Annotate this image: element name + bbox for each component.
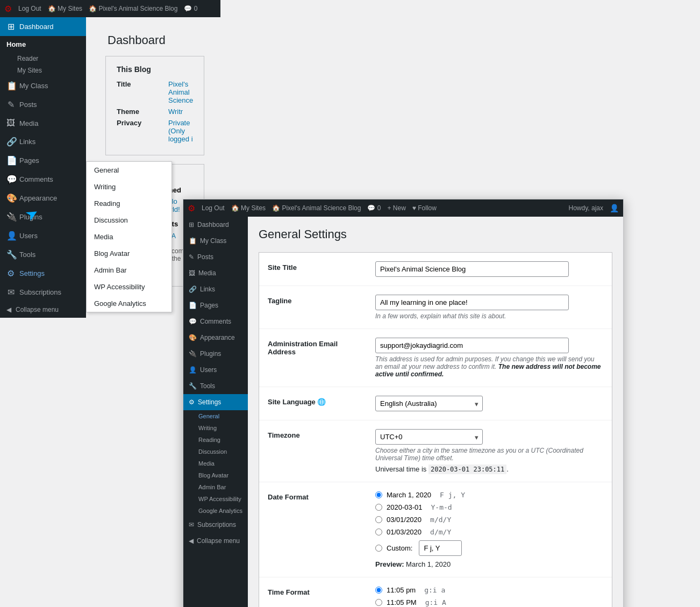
dropdown-wp-accessibility[interactable]: WP Accessibility — [87, 278, 172, 295]
sidebar-item-my-class[interactable]: 📋 My Class — [0, 76, 86, 95]
sidebar-item-settings[interactable]: ⚙ Settings — [0, 264, 86, 283]
date-format-cell: March 1, 2020 F j, Y 2020-03-01 Y-m-d — [367, 482, 612, 577]
sidebar-item-comments[interactable]: 💬 Comments — [0, 170, 86, 189]
time-format-label-cell: Time Format — [259, 577, 367, 608]
sidebar-collapse[interactable]: ◀ Collapse menu — [0, 302, 86, 318]
language-select-wrap: English (Australia) ▾ — [375, 396, 483, 411]
second-sidebar-tools[interactable]: 🔧 Tools — [183, 378, 248, 394]
comments-link[interactable]: 💬 0 — [184, 5, 197, 12]
second-sidebar-admin-bar[interactable]: Admin Bar — [183, 481, 248, 493]
date-format-radio-1[interactable] — [375, 504, 382, 511]
second-logout[interactable]: Log Out — [202, 204, 225, 212]
second-sidebar-media[interactable]: Media — [183, 458, 248, 469]
second-layout: ⊞ Dashboard 📋 My Class ✎ Posts 🖼 Media 🔗 — [183, 217, 623, 607]
sidebar-item-plugins[interactable]: 🔌 Plugins — [0, 208, 86, 226]
my-sites-link[interactable]: 🏠 My Sites — [48, 5, 82, 12]
s-collapse-icon: ◀ — [189, 537, 194, 545]
second-sidebar-appearance[interactable]: 🎨 Appearance — [183, 330, 248, 346]
dropdown-media[interactable]: Media — [87, 228, 172, 245]
second-sidebar-posts[interactable]: ✎ Posts — [183, 249, 248, 265]
second-sidebar-pages[interactable]: 📄 Pages — [183, 297, 248, 313]
sidebar-home[interactable]: Home — [0, 36, 86, 53]
second-sidebar-subscriptions[interactable]: ✉ Subscriptions — [183, 517, 248, 533]
date-format-radio-3[interactable] — [375, 529, 382, 535]
sidebar-item-links[interactable]: 🔗 Links — [0, 132, 86, 151]
dropdown-blog-avatar[interactable]: Blog Avatar — [87, 245, 172, 262]
date-format-label-0: March 1, 2020 — [387, 491, 431, 499]
appearance-icon: 🎨 — [6, 193, 15, 203]
date-format-code-3: d/m/Y — [430, 528, 451, 536]
users-icon: 👤 — [6, 231, 15, 241]
time-format-radio-0[interactable] — [375, 587, 382, 594]
date-format-code-1: Y-m-d — [431, 503, 452, 511]
admin-email-input[interactable] — [375, 338, 569, 353]
second-my-sites[interactable]: 🏠 My Sites — [231, 204, 266, 212]
site-title-input[interactable] — [375, 261, 569, 277]
second-sidebar-users[interactable]: 👤 Users — [183, 362, 248, 378]
timezone-select[interactable]: UTC+0 — [375, 429, 483, 445]
dropdown-reading[interactable]: Reading — [87, 195, 172, 212]
dropdown-writing[interactable]: Writing — [87, 178, 172, 195]
dropdown-google-analytics[interactable]: Google Analytics — [87, 295, 172, 312]
sidebar-my-sites[interactable]: My Sites — [0, 65, 86, 76]
second-new[interactable]: + New — [387, 204, 405, 212]
language-select[interactable]: English (Australia) — [375, 396, 483, 411]
sidebar-reader[interactable]: Reader — [0, 53, 86, 65]
date-format-group: March 1, 2020 F j, Y 2020-03-01 Y-m-d — [375, 491, 603, 556]
second-sidebar-links[interactable]: 🔗 Links — [183, 281, 248, 297]
sidebar-item-media[interactable]: 🖼 Media — [0, 114, 86, 132]
dropdown-general[interactable]: General — [87, 162, 172, 178]
second-site-name[interactable]: 🏠 Pixel's Animal Science Blog — [272, 204, 361, 212]
date-format-radio-0[interactable] — [375, 491, 382, 498]
site-name-link[interactable]: 🏠 Pixel's Animal Science Blog — [89, 5, 177, 12]
sidebar-item-tools[interactable]: 🔧 Tools — [0, 245, 86, 264]
s-tools-icon: 🔧 — [189, 382, 197, 390]
second-follow[interactable]: ♥ Follow — [412, 204, 437, 212]
second-sidebar-my-class[interactable]: 📋 My Class — [183, 233, 248, 249]
pages-icon: 📄 — [6, 155, 15, 166]
second-sidebar-general[interactable]: General — [183, 410, 248, 422]
date-format-custom-input[interactable] — [419, 540, 462, 556]
theme-value[interactable]: Writr — [168, 108, 193, 116]
second-sidebar-discussion[interactable]: Discussion — [183, 446, 248, 458]
logout-link[interactable]: Log Out — [18, 5, 41, 12]
dropdown-admin-bar[interactable]: Admin Bar — [87, 262, 172, 278]
admin-email-help: This address is used for admin purposes.… — [375, 355, 603, 378]
site-language-row: Site Language 🌐 English (Australia) ▾ — [259, 387, 612, 420]
title-value[interactable]: Pixel's Animal Science — [168, 80, 193, 104]
tagline-input[interactable] — [375, 295, 569, 310]
time-format-option-1: 11:05 PM g:i A — [375, 598, 603, 606]
sidebar-item-pages[interactable]: 📄 Pages — [0, 151, 86, 170]
second-sidebar-wp-accessibility[interactable]: WP Accessibility — [183, 493, 248, 505]
second-sidebar-collapse[interactable]: ◀ Collapse menu — [183, 533, 248, 549]
second-sidebar-dashboard[interactable]: ⊞ Dashboard — [183, 217, 248, 233]
time-format-radio-1[interactable] — [375, 599, 382, 606]
dashboard-title: Dashboard — [97, 28, 213, 47]
second-sidebar-blog-avatar[interactable]: Blog Avatar — [183, 469, 248, 481]
s-plugins-icon: 🔌 — [189, 350, 197, 358]
sidebar-item-subscriptions[interactable]: ✉ Subscriptions — [0, 283, 86, 302]
second-sidebar-settings[interactable]: ⚙ Settings — [183, 394, 248, 410]
sidebar-item-appearance[interactable]: 🎨 Appearance — [0, 189, 86, 208]
sidebar-item-users[interactable]: 👤 Users — [0, 226, 86, 245]
date-format-label-1: 2020-03-01 — [387, 503, 423, 511]
form-table: Site Title Tagline — [259, 253, 612, 607]
sidebar-item-dashboard[interactable]: ⊞ Dashboard — [0, 17, 86, 36]
second-sidebar-reading[interactable]: Reading — [183, 434, 248, 446]
title-row: Title Pixel's Animal Science — [117, 80, 193, 104]
second-comments[interactable]: 💬 0 — [367, 204, 381, 212]
dropdown-discussion[interactable]: Discussion — [87, 212, 172, 228]
sidebar-item-posts[interactable]: ✎ Posts — [0, 95, 86, 114]
s-links-icon: 🔗 — [189, 285, 197, 293]
second-sidebar-plugins[interactable]: 🔌 Plugins — [183, 346, 248, 362]
my-class-icon: 📋 — [6, 81, 15, 91]
second-sidebar-google-analytics[interactable]: Google Analytics — [183, 505, 248, 517]
date-format-radio-4[interactable] — [375, 545, 382, 552]
date-format-radio-2[interactable] — [375, 516, 382, 523]
second-sidebar-writing[interactable]: Writing — [183, 422, 248, 434]
second-sidebar-comments[interactable]: 💬 Comments — [183, 313, 248, 330]
date-format-code-0: F j, Y — [440, 491, 465, 499]
timezone-row: Timezone UTC+0 ▾ Choose ei — [259, 420, 612, 482]
privacy-value[interactable]: Private (Only logged i — [168, 119, 193, 143]
second-sidebar-media[interactable]: 🖼 Media — [183, 265, 248, 281]
